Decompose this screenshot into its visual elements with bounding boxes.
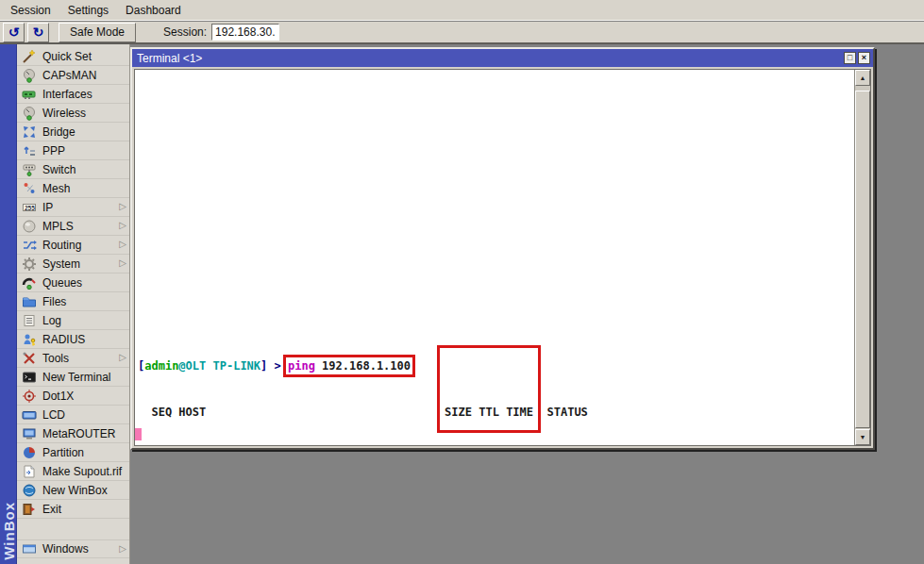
terminal-content[interactable]: [admin@OLT TP-LINK] > ping 192.168.1.100… bbox=[134, 69, 871, 446]
routing-arrows-icon bbox=[22, 238, 37, 253]
sidebar-item-capsman[interactable]: CAPsMAN bbox=[17, 66, 129, 85]
toolbar: ↺ ↻ Safe Mode Session: bbox=[0, 22, 924, 44]
tools-icon bbox=[22, 351, 37, 366]
sidebar-item-label: Bridge bbox=[42, 125, 76, 139]
sidebar-item-label: CAPsMAN bbox=[42, 69, 96, 82]
sidebar-item-partition[interactable]: Partition bbox=[17, 443, 129, 462]
sidebar-item-label: Quick Set bbox=[42, 50, 92, 63]
exit-door-icon bbox=[22, 502, 37, 517]
sidebar-item-tools[interactable]: Tools ▷ bbox=[17, 349, 129, 368]
network-card-icon bbox=[22, 87, 37, 102]
sidebar-item-radius[interactable]: RADIUS bbox=[17, 330, 129, 349]
sidebar-item-routing[interactable]: Routing ▷ bbox=[17, 236, 129, 255]
sidebar-item-ppp[interactable]: PPP bbox=[17, 141, 129, 160]
gear-icon bbox=[22, 257, 37, 272]
mesh-nodes-icon bbox=[22, 181, 37, 196]
sidebar-item-label: Log bbox=[42, 314, 61, 327]
menu-bar: Session Settings Dashboard bbox=[0, 0, 924, 21]
sidebar-item-label: Files bbox=[42, 295, 66, 308]
chevron-right-icon: ▷ bbox=[119, 257, 126, 268]
sidebar-item-label: Mesh bbox=[42, 182, 70, 195]
chevron-right-icon: ▷ bbox=[119, 220, 126, 230]
sidebar-item-quick-set[interactable]: Quick Set bbox=[17, 47, 129, 66]
sidebar-item-dot1x[interactable]: Dot1X bbox=[17, 387, 129, 406]
sidebar-item-windows[interactable]: Windows ▷ bbox=[17, 539, 129, 558]
sidebar-item-metarouter[interactable]: MetaROUTER bbox=[17, 424, 129, 443]
sidebar-item-label: MetaROUTER bbox=[42, 427, 115, 440]
terminal-icon bbox=[22, 370, 37, 385]
sidebar-item-queues[interactable]: Queues bbox=[17, 274, 129, 292]
sidebar: WinBox Quick Set CAPsMAN Interfaces Wire… bbox=[0, 44, 130, 564]
antenna-gauge-icon bbox=[22, 68, 37, 83]
prompt-user: admin bbox=[144, 359, 178, 373]
svg-text:255: 255 bbox=[25, 204, 35, 210]
window-icon bbox=[22, 541, 37, 556]
sidebar-item-label: New Terminal bbox=[42, 371, 110, 384]
sidebar-item-label: Tools bbox=[42, 352, 69, 365]
page-export-icon bbox=[22, 464, 37, 479]
sidebar-item-wireless[interactable]: Wireless bbox=[17, 104, 129, 123]
close-button[interactable]: × bbox=[858, 52, 870, 64]
window-controls: □ × bbox=[844, 52, 873, 64]
sidebar-item-interfaces[interactable]: Interfaces bbox=[17, 85, 129, 104]
sidebar-item-log[interactable]: Log bbox=[17, 311, 129, 330]
scrollbar-thumb[interactable] bbox=[855, 91, 870, 428]
terminal-text-area[interactable]: [admin@OLT TP-LINK] > ping 192.168.1.100… bbox=[135, 70, 854, 445]
sidebar-item-exit[interactable]: Exit bbox=[17, 500, 129, 519]
log-document-icon bbox=[22, 313, 37, 328]
sidebar-item-label: Interfaces bbox=[42, 88, 92, 101]
chevron-right-icon: ▷ bbox=[119, 543, 126, 554]
lcd-screen-icon bbox=[22, 407, 37, 423]
sidebar-item-new-winbox[interactable]: New WinBox bbox=[17, 481, 129, 500]
pie-chart-icon bbox=[22, 445, 37, 460]
prompt-host: @OLT TP-LINK bbox=[178, 359, 260, 373]
sidebar-item-switch[interactable]: Switch bbox=[17, 160, 129, 179]
sidebar-item-files[interactable]: Files bbox=[17, 292, 129, 311]
undo-icon: ↺ bbox=[8, 25, 20, 40]
sidebar-item-ip[interactable]: 255 IP ▷ bbox=[17, 198, 129, 217]
sidebar-item-lcd[interactable]: LCD bbox=[17, 406, 129, 424]
session-input[interactable] bbox=[211, 24, 279, 41]
sidebar-item-mesh[interactable]: Mesh bbox=[17, 179, 129, 198]
magic-wand-icon bbox=[22, 49, 37, 64]
chevron-right-icon: ▷ bbox=[119, 201, 126, 211]
folder-icon bbox=[22, 294, 37, 309]
sidebar-item-label: RADIUS bbox=[42, 333, 85, 346]
ip-255-icon: 255 bbox=[22, 200, 37, 215]
scroll-up-button[interactable]: ▲ bbox=[855, 70, 870, 86]
menu-settings[interactable]: Settings bbox=[59, 1, 117, 20]
session-label: Session: bbox=[163, 25, 207, 39]
terminal-titlebar[interactable]: Terminal <1> □ × bbox=[132, 49, 873, 67]
terminal-window: Terminal <1> □ × [admin@OLT TP-LINK] > p… bbox=[130, 47, 875, 450]
sidebar-item-label: Wireless bbox=[42, 107, 86, 120]
menu-dashboard[interactable]: Dashboard bbox=[117, 1, 190, 20]
menu-session[interactable]: Session bbox=[2, 1, 59, 20]
sidebar-spacer bbox=[17, 519, 129, 539]
redo-button[interactable]: ↻ bbox=[27, 23, 49, 42]
scroll-down-button[interactable]: ▼ bbox=[855, 429, 870, 445]
sidebar-item-label: Queues bbox=[42, 276, 82, 290]
terminal-title: Terminal <1> bbox=[137, 52, 202, 65]
chevron-right-icon: ▷ bbox=[119, 239, 126, 249]
vertical-scrollbar[interactable]: ▲ ▼ bbox=[854, 70, 870, 445]
sidebar-item-label: Routing bbox=[42, 239, 81, 252]
ping-table-header: SEQ HOST SIZE TTL TIME STATUS bbox=[138, 406, 854, 419]
sidebar-item-make-supout[interactable]: Make Supout.rif bbox=[17, 462, 129, 481]
prompt-bracket-close: ] > bbox=[260, 359, 288, 373]
sphere-icon bbox=[22, 219, 37, 234]
winbox-brand-text: WinBox bbox=[0, 502, 17, 560]
sidebar-item-label: Windows bbox=[42, 542, 89, 556]
sidebar-item-mpls[interactable]: MPLS ▷ bbox=[17, 217, 129, 236]
sidebar-item-label: IP bbox=[42, 201, 53, 214]
sidebar-item-system[interactable]: System ▷ bbox=[17, 255, 129, 274]
sidebar-item-bridge[interactable]: Bridge bbox=[17, 123, 129, 141]
sidebar-item-label: Make Supout.rif bbox=[42, 465, 122, 478]
undo-button[interactable]: ↺ bbox=[3, 23, 25, 42]
maximize-button[interactable]: □ bbox=[844, 52, 856, 64]
sidebar-menu: Quick Set CAPsMAN Interfaces Wireless Br… bbox=[17, 44, 130, 564]
sidebar-item-label: New WinBox bbox=[42, 484, 108, 497]
scroll-up-icon: ▲ bbox=[860, 75, 866, 81]
sidebar-item-new-terminal[interactable]: New Terminal bbox=[17, 368, 129, 387]
terminal-cursor bbox=[135, 428, 142, 440]
safe-mode-button[interactable]: Safe Mode bbox=[59, 23, 136, 42]
